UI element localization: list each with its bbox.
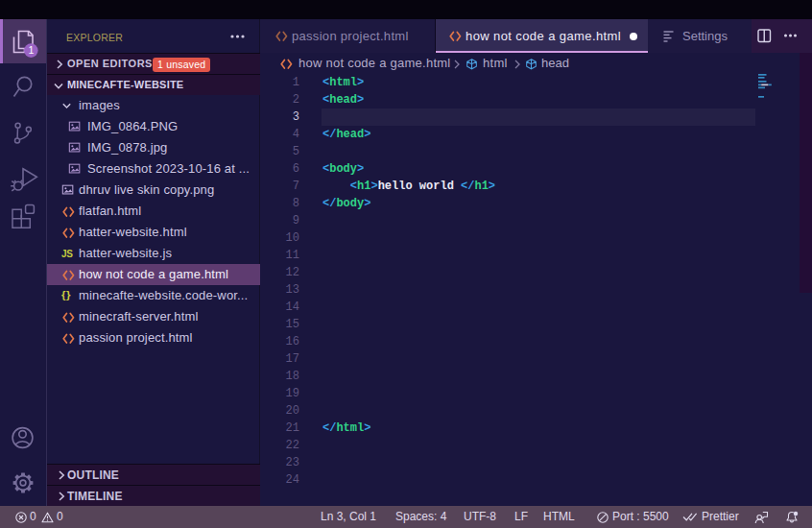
- svg-text:1: 1: [28, 44, 34, 56]
